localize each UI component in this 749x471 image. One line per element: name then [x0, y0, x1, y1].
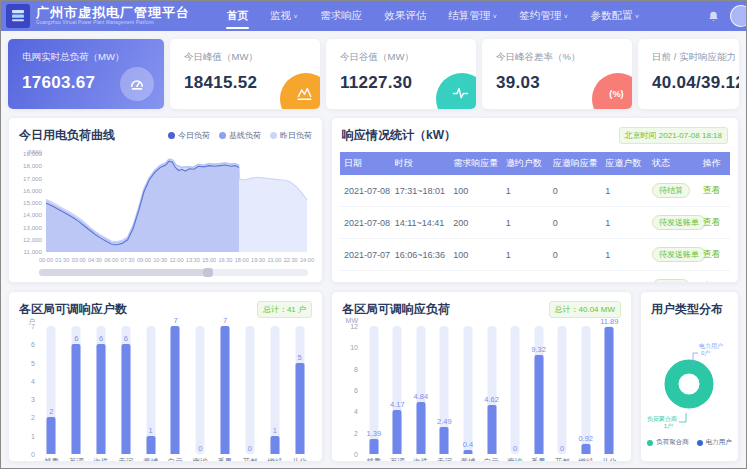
- nav-item-label: 首页: [227, 9, 248, 23]
- bar-track: [463, 326, 472, 454]
- kpi-card-realtime-load: 电网实时总负荷（MW） 17603.67: [8, 39, 164, 109]
- table-cell: 100: [449, 175, 502, 207]
- datazoom-handle[interactable]: [203, 268, 213, 277]
- bar-value-label: 4.84: [409, 392, 433, 401]
- bar-value-label: 9.32: [527, 345, 551, 354]
- bar-value-label: 0.92: [574, 434, 598, 443]
- x-axis-label: 海珠: [89, 457, 114, 462]
- legend-dot: [168, 132, 175, 139]
- bar-value-label: 1: [138, 426, 163, 435]
- svg-text:15,000: 15,000: [23, 199, 42, 206]
- chart-legend: 今日负荷基线负荷昨日负荷: [168, 130, 312, 141]
- status-badge: 待发送账单: [652, 247, 706, 262]
- table-cell: 1: [502, 175, 549, 207]
- bar-plot: 26661707015: [39, 326, 312, 454]
- bar: [295, 363, 304, 454]
- kpi-label: 今日谷值（MW）: [340, 51, 476, 64]
- x-axis-label: 越秀: [362, 457, 386, 462]
- kpi-card-response-capacity: 日前 / 实时响应能力（MW） 40.04/39.12: [638, 39, 739, 109]
- datazoom-selected[interactable]: [39, 269, 208, 276]
- nav-item-结算管理[interactable]: 结算管理∨: [437, 1, 508, 31]
- peak-chart-glyph: [296, 85, 313, 102]
- svg-text:07:30: 07:30: [121, 257, 135, 263]
- svg-text:13:30: 13:30: [186, 257, 200, 263]
- nav-item-label: 效果评估: [384, 9, 426, 23]
- response-table: 日期时段需求响应量邀约户数应邀响应量应邀户数状态操作 2021-07-0817:…: [340, 152, 730, 283]
- view-link[interactable]: 查看: [703, 281, 721, 283]
- view-link[interactable]: 查看: [703, 217, 721, 227]
- status-badge: 待结算: [652, 183, 690, 198]
- nav-item-label: 监视: [270, 9, 291, 23]
- bar-chart-area: MW0246810121.394.174.842.490.44.6209.320…: [340, 326, 621, 454]
- y-axis-tick: 12: [350, 323, 358, 330]
- legend-item-今日负荷[interactable]: 今日负荷: [168, 130, 210, 141]
- table-cell: 1: [601, 271, 648, 284]
- nav-item-需求响应[interactable]: 需求响应: [309, 1, 373, 31]
- table-cell: 0: [549, 271, 602, 284]
- y-axis-tick: 10: [350, 344, 358, 351]
- table-cell: 16:06~16:36: [391, 239, 450, 271]
- y-axis-tick: 8: [354, 365, 358, 372]
- y-axis-tick: 6: [31, 341, 35, 348]
- x-axis-label: 海珠: [409, 457, 433, 462]
- total-badge: 总计：40.04 MW: [549, 301, 621, 318]
- bar: [270, 436, 279, 454]
- y-axis-tick: 0: [31, 451, 35, 458]
- svg-text:22:30: 22:30: [284, 257, 298, 263]
- svg-text:15:00: 15:00: [202, 257, 216, 263]
- bar: [221, 326, 230, 454]
- legend-dot: [647, 440, 653, 446]
- view-link[interactable]: 查看: [703, 185, 721, 195]
- legend-item-基线负荷[interactable]: 基线负荷: [219, 130, 261, 141]
- legend-label: 基线负荷: [229, 130, 261, 141]
- table-cell: 1: [502, 239, 549, 271]
- table-cell: 2021-07-01: [340, 271, 391, 284]
- total-badge: 总计：41 户: [257, 301, 312, 318]
- nav-item-首页[interactable]: 首页: [216, 1, 259, 31]
- bar-track: [196, 326, 205, 454]
- bar-column-从化: 11.89: [597, 326, 621, 454]
- nav-item-效果评估[interactable]: 效果评估: [373, 1, 437, 31]
- svg-text:24:00: 24:00: [300, 257, 314, 263]
- svg-text:电力用户: 电力用户: [699, 342, 723, 350]
- bar-columns: 1.394.174.842.490.44.6209.3200.9211.89: [362, 326, 621, 454]
- svg-text:负荷聚合商: 负荷聚合商: [647, 415, 677, 423]
- x-axis-label: 增城: [574, 457, 598, 462]
- x-axis-label: 荔湾: [64, 457, 89, 462]
- table-cell: 2021-07-08: [340, 207, 391, 239]
- nav-item-签约管理[interactable]: 签约管理∨: [508, 1, 579, 31]
- table-cell: 1: [601, 207, 648, 239]
- x-axis-label: 增城: [262, 457, 287, 462]
- x-axis-label: 黄埔: [138, 457, 163, 462]
- legend-item-负荷聚合商[interactable]: 负荷聚合商: [647, 438, 689, 447]
- legend-label: 今日负荷: [178, 130, 210, 141]
- bar-column-荔湾: 4.17: [386, 326, 410, 454]
- table-cell: 1: [601, 239, 648, 271]
- legend-item-昨日负荷[interactable]: 昨日负荷: [270, 130, 312, 141]
- table-cell: 14:11~14:41: [391, 207, 450, 239]
- table-cell: 1: [601, 175, 648, 207]
- nav-item-label: 参数配置: [590, 9, 632, 23]
- bar-track: [245, 326, 254, 454]
- kpi-value: 40.04/39.12: [652, 73, 739, 93]
- view-link[interactable]: 查看: [703, 249, 721, 259]
- kpi-card-today-valley: 今日谷值（MW） 11227.30: [326, 39, 476, 109]
- y-axis-tick: 4: [31, 377, 35, 384]
- table-cell: 200: [449, 207, 502, 239]
- bell-icon[interactable]: [707, 10, 720, 23]
- x-axis-label: 天河: [433, 457, 457, 462]
- svg-text:00:00: 00:00: [39, 257, 53, 263]
- legend-item-电力用户[interactable]: 电力用户: [697, 438, 732, 447]
- avatar[interactable]: [730, 5, 747, 27]
- nav-item-监视[interactable]: 监视∨: [259, 1, 309, 31]
- y-axis-tick: 2: [31, 414, 35, 421]
- nav-item-参数配置[interactable]: 参数配置∨: [579, 1, 650, 31]
- bar-value-label: 0: [238, 444, 263, 453]
- y-axis-tick: 5: [31, 359, 35, 366]
- bar: [605, 327, 614, 454]
- x-axis-label: 番禺: [213, 457, 238, 462]
- status-badge: 待结算: [652, 279, 690, 283]
- district-users-panel: 各区局可调响应户数 总计：41 户 户0123456726661707015越秀…: [8, 291, 323, 462]
- datazoom-slider[interactable]: [39, 269, 308, 276]
- table-cell: 1: [502, 207, 549, 239]
